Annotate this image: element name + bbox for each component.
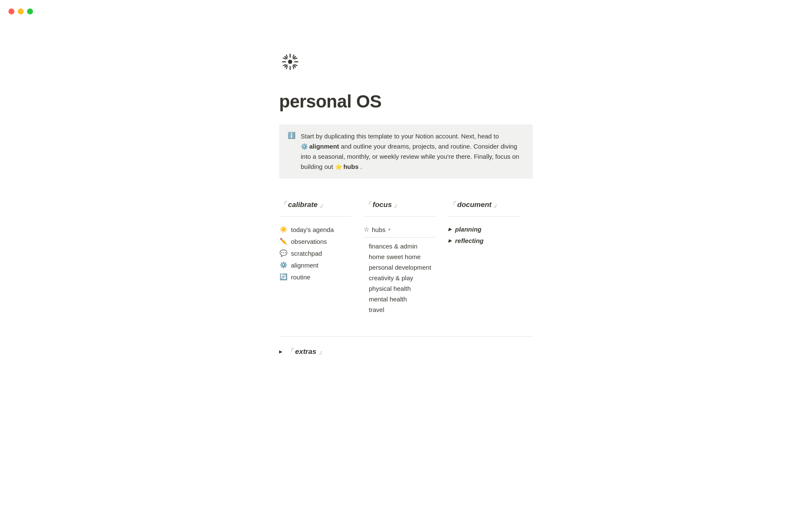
- pencil-icon: ✏️: [279, 237, 288, 245]
- hubs-sub-items: finances & admin home sweet home persona…: [364, 241, 436, 315]
- extras-row[interactable]: ▶ 『 extras 』: [279, 347, 533, 356]
- hub-mental-health[interactable]: mental health: [365, 294, 436, 304]
- hubs-star-emoji-icon: ⭐: [335, 162, 342, 171]
- star-icon: ☆: [364, 226, 369, 233]
- minimize-button[interactable]: [18, 8, 24, 14]
- svg-line-5: [285, 57, 287, 59]
- hubs-item[interactable]: ☆ hubs ▾: [364, 224, 436, 235]
- calibrate-item-todays-agenda[interactable]: ☀️ today's agenda: [279, 224, 351, 235]
- calibrate-item-scratchpad[interactable]: 💬 scratchpad: [279, 247, 351, 259]
- gear-icon: ⚙️: [279, 261, 288, 269]
- document-item-reflecting[interactable]: ▶ reflecting: [448, 235, 520, 246]
- svg-line-7: [294, 57, 296, 59]
- svg-line-8: [285, 65, 287, 67]
- sunburst-icon: [279, 51, 301, 73]
- extras-arrow-icon: ▶: [279, 349, 283, 354]
- calibrate-column: 『 calibrate 』 ☀️ today's agenda ✏️ obser…: [279, 200, 364, 315]
- calibrate-item-observations[interactable]: ✏️ observations: [279, 235, 351, 247]
- calibrate-title: 『 calibrate 』: [279, 200, 351, 210]
- svg-line-14: [295, 65, 297, 66]
- focus-title: 『 focus 』: [364, 200, 436, 210]
- speech-bubble-icon: 💬: [279, 249, 288, 257]
- document-column: 『 document 』 ▶ planning ▶ reflecting: [448, 200, 533, 315]
- sun-icon: ☀️: [279, 226, 288, 233]
- hub-home-sweet-home[interactable]: home sweet home: [365, 251, 436, 262]
- hub-finances-admin[interactable]: finances & admin: [365, 241, 436, 251]
- svg-line-6: [294, 65, 296, 67]
- svg-line-9: [286, 55, 288, 58]
- alignment-emoji-icon: ⚙️: [301, 142, 308, 151]
- document-divider: [448, 216, 520, 217]
- main-content: personal OS ℹ️ Start by duplicating this…: [254, 0, 558, 390]
- info-banner-text: Start by duplicating this template to yo…: [301, 131, 524, 172]
- triangle-right-icon: ▶: [448, 227, 452, 232]
- svg-line-11: [283, 58, 286, 59]
- svg-line-10: [293, 55, 294, 58]
- refresh-icon: 🔄: [279, 273, 288, 281]
- hub-travel[interactable]: travel: [365, 304, 436, 315]
- extras-title: 『 extras 』: [286, 347, 326, 356]
- page-title: personal OS: [279, 91, 533, 112]
- info-banner: ℹ️ Start by duplicating this template to…: [279, 124, 533, 179]
- calibrate-divider: [279, 216, 351, 217]
- calibrate-item-alignment[interactable]: ⚙️ alignment: [279, 259, 351, 271]
- document-title: 『 document 』: [448, 200, 520, 210]
- logo-container: [279, 51, 533, 75]
- maximize-button[interactable]: [27, 8, 33, 14]
- calibrate-item-routine[interactable]: 🔄 routine: [279, 271, 351, 283]
- hub-physical-health[interactable]: physical health: [365, 283, 436, 294]
- svg-point-0: [288, 60, 292, 64]
- chevron-down-icon: ▾: [388, 227, 391, 232]
- hub-personal-development[interactable]: personal development: [365, 262, 436, 273]
- focus-column: 『 focus 』 ☆ hubs ▾ finances & admin home…: [364, 200, 448, 315]
- triangle-right-icon-2: ▶: [448, 238, 452, 243]
- titlebar: [0, 0, 41, 23]
- columns-grid: 『 calibrate 』 ☀️ today's agenda ✏️ obser…: [279, 200, 533, 315]
- svg-line-13: [283, 65, 286, 66]
- svg-line-12: [295, 58, 297, 59]
- info-icon: ℹ️: [288, 132, 296, 139]
- bottom-divider: [279, 336, 533, 337]
- document-item-planning[interactable]: ▶ planning: [448, 224, 520, 235]
- hubs-sub-divider: [364, 237, 436, 237]
- svg-line-16: [293, 66, 294, 69]
- close-button[interactable]: [8, 8, 14, 14]
- hub-creativity-play[interactable]: creativity & play: [365, 273, 436, 283]
- focus-divider: [364, 216, 436, 217]
- svg-line-15: [286, 66, 288, 69]
